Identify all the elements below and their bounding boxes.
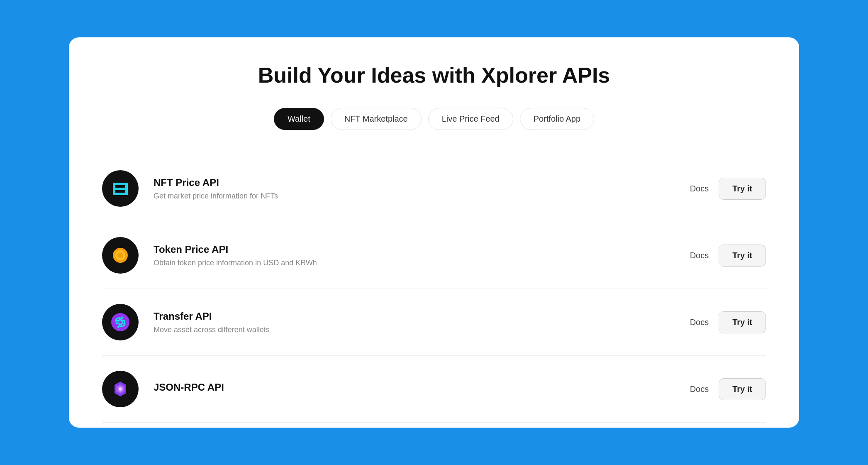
jsonrpc-info: JSON-RPC API <box>154 382 690 396</box>
svg-rect-23 <box>120 193 123 195</box>
jsonrpc-try-button[interactable]: Try it <box>719 378 766 400</box>
svg-rect-9 <box>120 185 123 188</box>
svg-rect-11 <box>125 185 128 188</box>
list-item: Token Price API Obtain token price infor… <box>102 222 766 289</box>
svg-rect-1 <box>115 183 118 185</box>
nft-price-name: NFT Price API <box>154 177 690 188</box>
jsonrpc-icon <box>102 371 139 407</box>
transfer-actions: Docs Try it <box>690 311 766 333</box>
token-price-docs-link[interactable]: Docs <box>690 251 709 260</box>
transfer-icon-svg <box>110 312 130 332</box>
tab-live-price-feed[interactable]: Live Price Feed <box>428 108 513 130</box>
svg-rect-18 <box>113 190 115 193</box>
jsonrpc-actions: Docs Try it <box>690 378 766 400</box>
svg-rect-10 <box>123 185 125 188</box>
svg-rect-12 <box>113 188 115 190</box>
transfer-icon <box>102 304 139 340</box>
token-icon-svg <box>110 245 130 265</box>
token-price-desc: Obtain token price information in USD an… <box>154 259 690 267</box>
transfer-name: Transfer API <box>154 311 690 322</box>
token-price-info: Token Price API Obtain token price infor… <box>154 244 690 267</box>
nft-price-desc: Get market price information for NFTs <box>154 192 690 201</box>
main-card: Build Your Ideas with Xplorer APIs Walle… <box>69 37 799 428</box>
token-price-icon <box>102 237 139 274</box>
svg-rect-20 <box>113 193 115 195</box>
jsonrpc-name: JSON-RPC API <box>154 382 690 393</box>
transfer-desc: Move asset across different wallets <box>154 326 690 334</box>
svg-rect-7 <box>115 185 118 188</box>
svg-rect-16 <box>123 188 125 190</box>
transfer-info: Transfer API Move asset across different… <box>154 311 690 334</box>
svg-rect-14 <box>118 188 120 190</box>
svg-rect-25 <box>125 193 128 195</box>
svg-rect-3 <box>120 183 123 185</box>
svg-rect-4 <box>123 183 125 185</box>
list-item: Transfer API Move asset across different… <box>102 289 766 356</box>
transfer-docs-link[interactable]: Docs <box>690 318 709 327</box>
tab-wallet[interactable]: Wallet <box>274 108 324 130</box>
page-title: Build Your Ideas with Xplorer APIs <box>102 62 766 88</box>
list-item: JSON-RPC API Docs Try it <box>102 356 766 423</box>
tab-portfolio-app[interactable]: Portfolio App <box>520 108 594 130</box>
nft-price-actions: Docs Try it <box>690 178 766 200</box>
svg-rect-2 <box>118 183 120 185</box>
svg-rect-15 <box>120 188 123 190</box>
svg-point-28 <box>117 252 123 258</box>
svg-rect-19 <box>125 190 128 193</box>
token-price-actions: Docs Try it <box>690 245 766 267</box>
svg-rect-24 <box>123 193 125 195</box>
nft-icon-svg <box>110 179 130 198</box>
transfer-try-button[interactable]: Try it <box>719 311 766 333</box>
svg-rect-17 <box>125 188 128 190</box>
svg-rect-6 <box>113 185 115 188</box>
nft-price-try-button[interactable]: Try it <box>719 178 766 200</box>
jsonrpc-icon-svg <box>110 379 130 399</box>
token-price-name: Token Price API <box>154 244 690 255</box>
svg-rect-13 <box>115 188 118 190</box>
svg-point-29 <box>111 313 129 331</box>
nft-price-info: NFT Price API Get market price informati… <box>154 177 690 201</box>
svg-rect-21 <box>115 193 118 195</box>
svg-rect-22 <box>118 193 120 195</box>
svg-rect-8 <box>118 185 120 188</box>
token-price-try-button[interactable]: Try it <box>719 245 766 267</box>
jsonrpc-docs-link[interactable]: Docs <box>690 384 709 394</box>
svg-rect-0 <box>113 183 115 185</box>
tab-nft-marketplace[interactable]: NFT Marketplace <box>331 108 422 130</box>
svg-rect-5 <box>125 183 128 185</box>
nft-price-docs-link[interactable]: Docs <box>690 184 709 193</box>
list-item: NFT Price API Get market price informati… <box>102 155 766 222</box>
tabs-row: Wallet NFT Marketplace Live Price Feed P… <box>102 108 766 130</box>
nft-price-icon <box>102 170 139 207</box>
api-list: NFT Price API Get market price informati… <box>102 155 766 423</box>
